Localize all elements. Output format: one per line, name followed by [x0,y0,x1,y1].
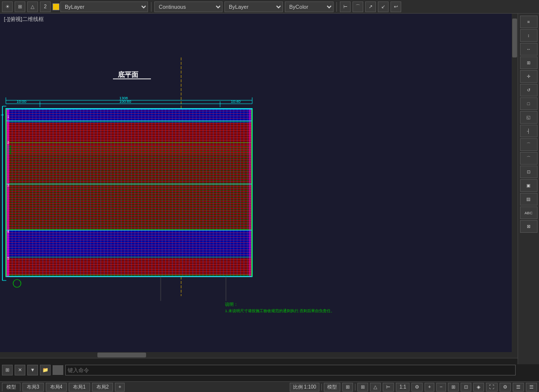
toolbar-icon-4[interactable]: ↙ [378,1,389,12]
divider-1 [151,2,151,12]
layer-select[interactable]: ByLayer [60,1,148,12]
divider-2 [336,2,337,12]
tool-btn-12[interactable]: ⊡ [520,166,538,178]
command-input-field[interactable] [65,365,516,375]
tab-layout1-label: 布局1 [73,384,86,391]
tool-btn-9[interactable]: ┤ [520,125,538,137]
svg-text:2: 2 [7,141,9,144]
toolbar-icon-1[interactable]: ⊢ [340,1,351,12]
tab-model-label: 模型 [6,384,16,391]
tools-btn[interactable]: ⚙ [500,383,511,392]
tool-btn-3[interactable]: ↔ [520,43,538,56]
hardware-btn[interactable]: ◈ [473,383,484,392]
vertical-scrollbar[interactable] [512,14,518,364]
snap-btn[interactable]: △ [27,1,38,12]
layer-num-label: 2 [44,4,47,9]
tool-btn-abc[interactable]: ABC [520,206,538,219]
svg-text:4: 4 [7,230,9,233]
svg-text:5: 5 [7,257,9,260]
tool-btn-8[interactable]: ◱ [520,111,538,124]
linetype-select[interactable]: Continuous [154,1,223,12]
status-icon-1[interactable]: ⊞ [342,383,353,392]
add-layout-btn[interactable]: + [115,383,125,392]
tool-btn-14[interactable]: ▤ [520,193,538,205]
svg-text:10:00: 10:00 [17,99,27,104]
cmd-close-btn[interactable]: ✕ [15,365,25,375]
tool-btn-10[interactable]: ⌒ [520,138,538,151]
layer-box: ByLayer [53,1,148,12]
canvas-area[interactable]: 底平面 10:00 100:60 10:40 1306 [0,14,518,364]
viewport-btn[interactable]: ⊡ [461,383,471,392]
fullscreen-btn[interactable]: ⛶ [486,383,498,392]
status-divider-1 [321,384,322,391]
snap-status-btn[interactable]: △ [370,383,381,392]
drawing-title-svg: 底平面 [117,71,138,78]
svg-text:1: 1 [7,115,9,118]
extra-btn-2[interactable]: ☰ [526,383,537,392]
zoom-ratio-btn[interactable]: 1:1 [396,383,409,392]
tool-btn-6[interactable]: ↺ [520,84,538,96]
tab-layout1[interactable]: 布局1 [69,383,90,392]
tool-btn-7[interactable]: □ [520,97,538,110]
plus-btn[interactable]: + [425,383,434,392]
layer-num-btn[interactable]: 2 [40,1,51,12]
svg-text:3: 3 [7,184,9,187]
extra-btn-1[interactable]: ☰ [513,383,524,392]
layout-view-btn[interactable]: ⊞ [448,383,459,392]
settings-btn[interactable]: ⚙ [411,383,423,392]
tab-layout3-label: 布局3 [27,384,39,391]
cmd-arrow-btn[interactable]: ▼ [27,365,38,375]
scale-btn[interactable]: 比例 1:100 [290,383,320,392]
svg-text:说明：: 说明： [225,302,238,307]
tool-btn-5[interactable]: ✛ [520,70,538,83]
tab-layout3[interactable]: 布局3 [22,383,44,392]
main-drawing-svg: 底平面 10:00 100:60 10:40 1306 [0,14,518,364]
horizontal-scrollbar[interactable] [0,352,518,358]
workspace-btn[interactable]: ☀ [2,1,13,12]
right-panel-tools: ≡ ↕ ↔ ⊞ ✛ ↺ □ ◱ ┤ ⌒ ⌒ ⊡ ▣ ▤ ABC ⊠ [518,14,539,364]
tab-layout2[interactable]: 布局2 [92,383,113,392]
tab-layout4[interactable]: 布局4 [46,383,67,392]
cmd-icon-btn[interactable]: ⊞ [2,365,13,375]
layer-color-swatch [53,3,59,10]
tool-btn-13[interactable]: ▣ [520,179,538,192]
tool-btn-16[interactable]: ⊠ [520,220,538,233]
svg-rect-19 [6,154,252,230]
viewport-label-text: [-][俯视]二维线框 [4,16,44,22]
viewport-label: [-][俯视]二维线框 [0,14,48,25]
model-space-btn[interactable]: 模型 [324,383,340,392]
svg-text:1306: 1306 [119,96,128,100]
cmd-folder-btn[interactable]: 📁 [40,365,51,375]
top-toolbar: ☀ ⊞ △ 2 ByLayer Continuous ByLayer ByCol… [0,0,539,14]
plotstyle-select[interactable]: ByColor [285,1,334,12]
ortho-btn[interactable]: ⊢ [383,383,394,392]
toolbar-icon-2[interactable]: ⌒ [353,1,363,12]
command-area: ⊞ ✕ ▼ 📁 [0,358,518,381]
model-label: 模型 [327,384,337,391]
toolbar-icon-5[interactable]: ↩ [390,1,401,12]
v-scroll-thumb[interactable] [512,19,517,57]
lineweight-select[interactable]: ByLayer [224,1,283,12]
svg-text:10:40: 10:40 [231,99,241,104]
svg-text:1.未说明尺寸请按施工验收规范的通则执行,否则后果自负责任。: 1.未说明尺寸请按施工验收规范的通则执行,否则后果自负责任。 [225,309,335,313]
tool-btn-1[interactable]: ≡ [520,16,538,28]
svg-text:1: 1 [0,114,4,116]
svg-rect-17 [6,123,252,154]
svg-rect-205 [6,109,9,277]
svg-rect-206 [249,109,252,277]
tab-layout2-label: 布局2 [96,384,109,391]
toolbar-icon-3[interactable]: ↗ [365,1,376,12]
tool-btn-11[interactable]: ⌒ [520,152,538,165]
scale-label: 比例 1:100 [293,384,316,391]
status-bar: 模型 布局3 布局4 布局1 布局2 + 比例 1:100 模型 ⊞ ⊞ △ ⊢… [0,381,539,392]
grid-btn[interactable]: ⊞ [15,1,25,12]
tool-btn-2[interactable]: ↕ [520,29,538,42]
cmd-separator [53,365,63,375]
zoom-label: 1:1 [399,384,406,390]
minus-btn[interactable]: − [436,383,446,392]
tab-model[interactable]: 模型 [2,383,20,392]
svg-rect-20 [6,230,252,258]
grid-status-btn[interactable]: ⊞ [357,383,368,392]
h-scroll-thumb[interactable] [97,353,146,357]
tool-btn-4[interactable]: ⊞ [520,56,538,69]
